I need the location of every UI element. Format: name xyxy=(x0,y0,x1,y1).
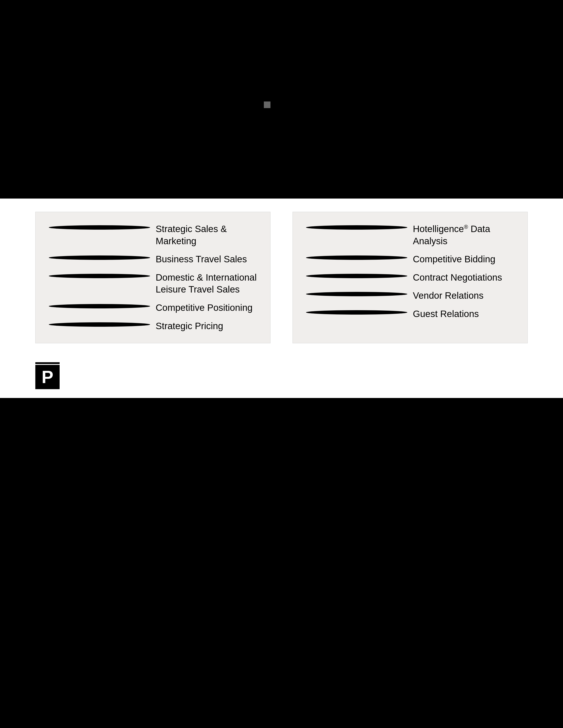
bullet-icon xyxy=(49,225,150,230)
left-skills-list: Strategic Sales & MarketingBusiness Trav… xyxy=(49,223,257,332)
list-item: Competitive Positioning xyxy=(49,302,257,314)
p-logo-overline xyxy=(35,362,60,364)
white-content-area: Strategic Sales & MarketingBusiness Trav… xyxy=(0,199,563,728)
list-item: Strategic Pricing xyxy=(49,320,257,332)
list-item: Business Travel Sales xyxy=(49,253,257,265)
right-skills-list: Hotelligence® Data AnalysisCompetitive B… xyxy=(306,223,514,320)
list-item: Hotelligence® Data Analysis xyxy=(306,223,514,247)
right-skills-box: Hotelligence® Data AnalysisCompetitive B… xyxy=(293,212,528,343)
bullet-icon xyxy=(49,255,150,260)
skill-label: Business Travel Sales xyxy=(156,253,257,265)
page-content: Strategic Sales & MarketingBusiness Trav… xyxy=(0,0,563,728)
list-item: Contract Negotiations xyxy=(306,272,514,284)
skill-label: Hotelligence® Data Analysis xyxy=(413,223,514,247)
skill-label: Domestic & International Leisure Travel … xyxy=(156,272,257,296)
skill-label: Vendor Relations xyxy=(413,290,514,302)
bullet-icon xyxy=(306,310,407,315)
bullet-icon xyxy=(306,292,407,296)
skill-label: Strategic Sales & Marketing xyxy=(156,223,257,247)
list-item: Vendor Relations xyxy=(306,290,514,302)
skill-label: Competitive Bidding xyxy=(413,253,514,265)
lower-black-section xyxy=(0,398,563,728)
bullet-icon xyxy=(49,322,150,327)
two-columns-section: Strategic Sales & MarketingBusiness Trav… xyxy=(0,199,563,356)
bullet-icon xyxy=(49,274,150,278)
skill-label: Guest Relations xyxy=(413,308,514,320)
list-item: Domestic & International Leisure Travel … xyxy=(49,272,257,296)
list-item: Strategic Sales & Marketing xyxy=(49,223,257,247)
skill-label: Contract Negotiations xyxy=(413,272,514,284)
left-skills-box: Strategic Sales & MarketingBusiness Trav… xyxy=(35,212,270,343)
bullet-icon xyxy=(306,225,407,230)
upper-black-section xyxy=(0,0,563,199)
skill-label: Competitive Positioning xyxy=(156,302,257,314)
skill-label: Strategic Pricing xyxy=(156,320,257,332)
p-logo-letter: P xyxy=(41,368,53,386)
gray-square-indicator xyxy=(264,101,270,108)
p-logo-box: P xyxy=(35,365,60,389)
list-item: Competitive Bidding xyxy=(306,253,514,265)
list-item: Guest Relations xyxy=(306,308,514,320)
bullet-icon xyxy=(306,274,407,278)
p-logo: P xyxy=(35,362,60,389)
bullet-icon xyxy=(306,255,407,260)
bullet-icon xyxy=(49,304,150,308)
logo-area: P xyxy=(0,356,563,398)
